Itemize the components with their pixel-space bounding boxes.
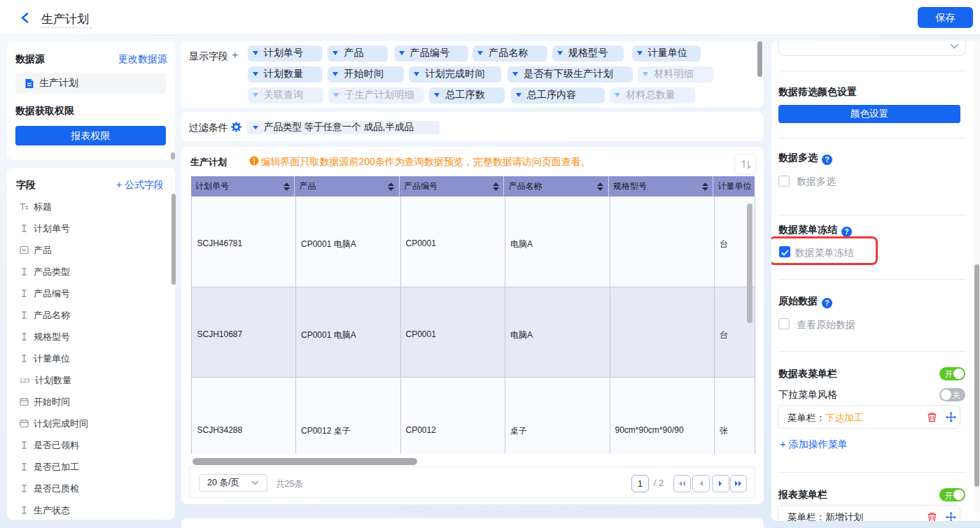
svg-text:123: 123 bbox=[20, 377, 29, 384]
